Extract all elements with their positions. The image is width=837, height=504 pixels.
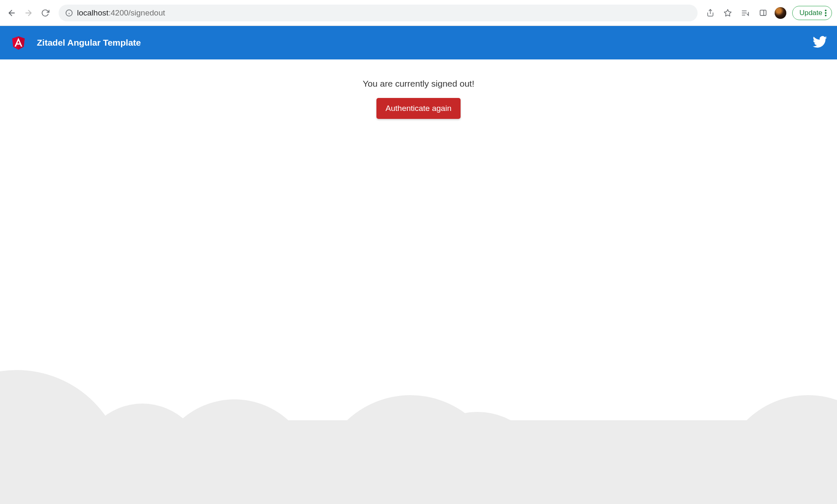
forward-button — [22, 6, 35, 20]
app-header-left: Zitadel Angular Template — [10, 34, 141, 51]
share-icon[interactable] — [704, 7, 716, 19]
arrow-right-icon — [24, 8, 33, 18]
reading-list-icon[interactable] — [739, 7, 751, 19]
svg-point-14 — [825, 15, 827, 16]
app-header: Zitadel Angular Template — [0, 26, 837, 59]
app-title: Zitadel Angular Template — [37, 38, 141, 48]
kebab-menu-icon — [825, 10, 827, 16]
back-button[interactable] — [5, 6, 18, 20]
authenticate-button[interactable]: Authenticate again — [376, 98, 461, 119]
address-bar[interactable]: localhost:4200/signedout — [59, 5, 698, 21]
star-icon[interactable] — [722, 7, 734, 19]
chrome-actions: Update — [704, 6, 832, 20]
svg-point-13 — [825, 12, 827, 14]
reload-button[interactable] — [39, 6, 52, 20]
panel-icon[interactable] — [757, 7, 769, 19]
svg-marker-6 — [724, 9, 731, 16]
browser-chrome: localhost:4200/signedout Update — [0, 0, 837, 26]
twitter-link[interactable] — [813, 35, 827, 51]
avatar[interactable] — [775, 7, 786, 19]
arrow-left-icon — [7, 8, 16, 18]
update-label: Update — [799, 9, 822, 17]
url-path: :4200/signedout — [108, 8, 165, 17]
angular-logo-icon — [10, 34, 27, 51]
clouds-decoration — [0, 328, 837, 504]
reload-icon — [41, 9, 49, 17]
svg-marker-16 — [18, 36, 25, 50]
svg-rect-10 — [760, 10, 766, 15]
url-text: localhost:4200/signedout — [77, 8, 165, 18]
update-button[interactable]: Update — [792, 6, 832, 20]
twitter-icon — [813, 35, 827, 49]
main-content: You are currently signed out! Authentica… — [0, 59, 837, 119]
signed-out-message: You are currently signed out! — [0, 79, 837, 89]
svg-point-12 — [825, 10, 827, 11]
url-host: localhost — [77, 8, 108, 17]
info-icon — [65, 9, 73, 17]
nav-buttons — [5, 6, 52, 20]
